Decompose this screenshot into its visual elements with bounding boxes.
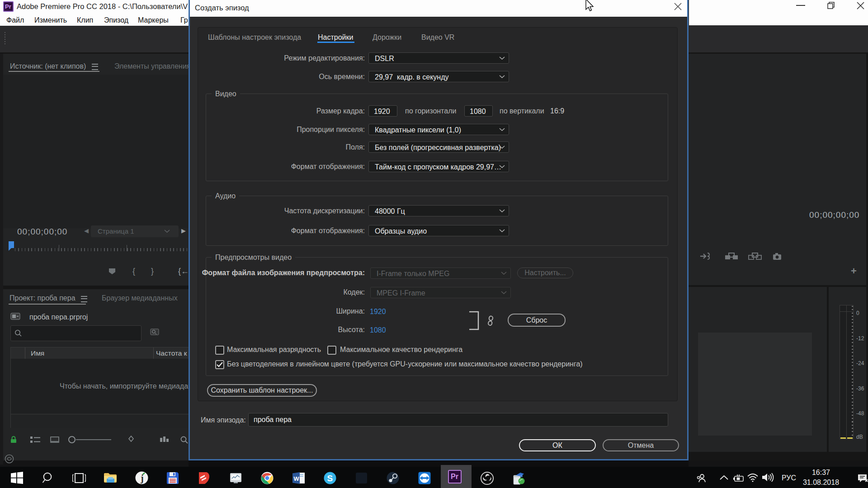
svg-text:S: S <box>327 474 333 483</box>
svg-text:W: W <box>294 475 300 482</box>
